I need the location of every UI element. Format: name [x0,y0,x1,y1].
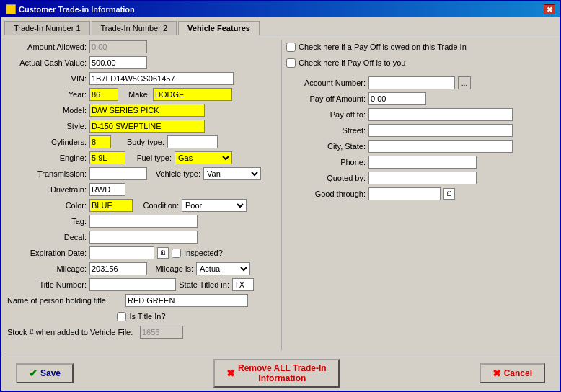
body-type-label: Body type: [114,138,164,146]
payoff-amount-row: Pay off Amount: [286,92,554,106]
name-holding-row: Name of person holding title: [7,293,275,308]
drivetrain-input[interactable] [89,183,125,196]
cancel-x-icon: ✖ [492,368,501,379]
condition-label: Condition: [136,201,179,210]
drivetrain-row: Drivetrain: [7,182,275,197]
window-title: Customer Trade-in Information [19,5,135,14]
year-input[interactable] [89,88,118,101]
transmission-row: Transmission: Vehicle type: Van Car Truc… [7,166,275,181]
make-input[interactable] [153,88,232,101]
close-button[interactable]: ✖ [544,4,555,14]
expiration-calendar-button[interactable]: 🗓 [157,247,169,259]
account-number-input[interactable] [368,76,455,89]
stock-label: Stock # when added to Vehicle File: [7,328,137,337]
state-titled-input[interactable] [232,278,254,291]
transmission-input[interactable] [89,167,147,180]
stock-input[interactable] [140,326,183,339]
good-through-label: Good through: [286,190,366,198]
cancel-button[interactable]: ✖ Cancel [480,363,545,383]
vin-row: VIN: [7,71,275,86]
is-title-in-label: Is Title In? [129,312,165,321]
drivetrain-label: Drivetrain: [7,185,87,194]
window-icon [6,4,16,14]
body-type-input[interactable] [167,135,218,148]
tag-input[interactable] [89,215,198,228]
remove-button[interactable]: ✖ Remove ALL Trade-InInformation [213,359,340,388]
payoff-check2-checkbox[interactable] [286,58,296,68]
condition-select[interactable]: Poor Fair Good Excellent [182,199,247,212]
title-in-row: Is Title In? [7,309,275,324]
phone-row: Phone: [286,155,554,169]
fuel-type-select[interactable]: Gas Diesel Electric Hybrid [175,151,232,164]
amount-allowed-row: Amount Allowed: [7,40,275,54]
engine-label: Engine: [7,153,87,162]
phone-input[interactable] [368,156,477,169]
street-label: Street: [286,126,366,135]
good-through-calendar-button[interactable]: 🗓 [443,188,455,200]
quoted-by-label: Quoted by: [286,174,366,182]
fuel-type-label: Fuel type: [128,153,172,162]
color-row: Color: Condition: Poor Fair Good Excelle… [7,198,275,213]
mileage-is-select[interactable]: Actual Exempt Not Actual [196,262,250,275]
model-row: Model: [7,103,275,117]
city-state-input[interactable] [368,140,513,153]
expiration-input[interactable] [89,246,154,259]
actual-cash-row: Actual Cash Value: [7,55,275,70]
title-bar-left: Customer Trade-in Information [6,4,135,14]
amount-allowed-input[interactable] [89,40,147,53]
payoff-to-input[interactable] [368,108,513,121]
year-make-row: Year: Make: [7,87,275,102]
title-row: Title Number: State Titled in: [7,277,275,292]
style-label: Style: [7,122,87,130]
cylinders-input[interactable] [89,135,111,148]
style-input[interactable] [89,120,205,133]
title-number-input[interactable] [89,278,176,291]
actual-cash-label: Actual Cash Value: [7,58,87,67]
color-input[interactable] [89,199,133,212]
expiration-label: Expiration Date: [7,249,87,257]
city-state-row: City, State: [286,139,554,153]
name-holding-input[interactable] [125,294,248,307]
is-title-in-checkbox[interactable] [117,312,126,321]
name-holding-label: Name of person holding title: [7,296,123,305]
actual-cash-input[interactable] [89,56,147,69]
decal-input[interactable] [89,231,198,244]
tab-vehicle-features[interactable]: Vehicle Features [178,21,260,35]
good-through-row: Good through: 🗓 [286,187,554,201]
engine-input[interactable] [89,151,125,164]
payoff-amount-label: Pay off Amount: [286,94,366,103]
vehicle-type-select[interactable]: Van Car Truck SUV [203,167,261,180]
account-number-label: Account Number: [286,79,366,87]
payoff-to-row: Pay off to: [286,107,554,122]
account-number-row: Account Number: ... [286,76,554,90]
title-bar: Customer Trade-in Information ✖ [1,1,560,17]
account-number-browse-button[interactable]: ... [458,76,471,89]
cylinders-label: Cylinders: [7,138,87,146]
tab-trade-in-1[interactable]: Trade-In Number 1 [4,21,90,35]
payoff-check1-checkbox[interactable] [286,43,296,52]
save-label: Save [40,368,61,378]
amount-allowed-label: Amount Allowed: [7,43,87,51]
quoted-by-input[interactable] [368,172,477,184]
tag-label: Tag: [7,217,87,226]
state-titled-label: State Titled in: [179,280,229,289]
tag-row: Tag: [7,214,275,228]
vin-input[interactable] [89,72,234,85]
good-through-input[interactable] [368,187,441,200]
mileage-input[interactable] [89,262,147,275]
payoff-to-label: Pay off to: [286,110,366,119]
payoff-check2-label: Check here if Pay Off is to you [299,58,405,67]
make-label: Make: [121,90,150,99]
quoted-by-row: Quoted by: [286,171,554,185]
inspected-checkbox[interactable] [172,249,181,258]
save-button[interactable]: ✔ Save [16,363,74,383]
street-input[interactable] [368,124,513,137]
payoff-amount-input[interactable] [368,92,426,105]
tab-trade-in-2[interactable]: Trade-In Number 2 [92,21,177,35]
payoff-check1-label: Check here if a Pay Off is owed on this … [299,43,467,51]
tab-bar: Trade-In Number 1 Trade-In Number 2 Vehi… [1,17,560,35]
color-label: Color: [7,201,87,210]
expiration-row: Expiration Date: 🗓 Inspected? [7,246,275,260]
model-input[interactable] [89,104,205,117]
inspected-label: Inspected? [184,249,223,257]
